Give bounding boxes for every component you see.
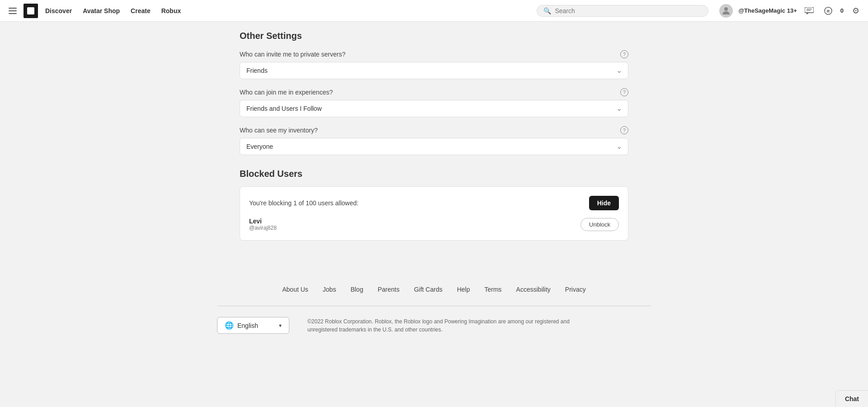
- see-inventory-label: Who can see my inventory?: [240, 127, 318, 134]
- svg-rect-1: [9, 10, 17, 11]
- settings-gear-icon[interactable]: ⚙: [849, 4, 863, 18]
- blocked-user-row: Levi @aviraj828 Unblock: [249, 218, 619, 231]
- robux-icon[interactable]: R: [821, 4, 835, 18]
- blocked-users-section: Blocked Users You're blocking 1 of 100 u…: [240, 169, 628, 241]
- chat-button[interactable]: Chat: [835, 390, 868, 407]
- hide-blocked-users-button[interactable]: Hide: [589, 196, 619, 210]
- roblox-logo: [24, 4, 38, 18]
- blocked-users-count-text: You're blocking 1 of 100 users allowed:: [249, 199, 359, 207]
- nav-right-section: @TheSageMagic 13+ R 0 ⚙: [719, 4, 863, 18]
- see-inventory-help-icon[interactable]: ?: [620, 126, 628, 134]
- hamburger-menu-button[interactable]: [5, 4, 20, 18]
- join-experiences-label: Who can join me in experiences?: [240, 89, 333, 96]
- footer-bottom: 🌐 English ▾ ©2022 Roblox Corporation. Ro…: [217, 317, 651, 343]
- private-servers-help-icon[interactable]: ?: [620, 50, 628, 58]
- footer-help[interactable]: Help: [457, 286, 470, 293]
- search-icon: 🔍: [543, 7, 551, 14]
- nav-discover[interactable]: Discover: [45, 7, 72, 14]
- svg-point-4: [724, 7, 728, 11]
- nav-create[interactable]: Create: [131, 7, 151, 14]
- see-inventory-setting: Who can see my inventory? ? Everyone: [240, 126, 628, 155]
- svg-text:R: R: [827, 9, 830, 14]
- footer-about-us[interactable]: About Us: [282, 286, 308, 293]
- search-input[interactable]: [555, 7, 702, 14]
- main-content: Other Settings Who can invite me to priv…: [231, 0, 637, 259]
- navbar: Discover Avatar Shop Create Robux 🔍 @The…: [0, 0, 868, 22]
- language-selector[interactable]: 🌐 English ▾: [217, 317, 289, 334]
- footer-gift-cards[interactable]: Gift Cards: [414, 286, 443, 293]
- svg-rect-3: [27, 7, 34, 14]
- join-experiences-select[interactable]: Friends and Users I Follow: [240, 100, 628, 117]
- globe-icon: 🌐: [225, 321, 234, 330]
- search-bar[interactable]: 🔍: [537, 5, 708, 17]
- language-label: English: [237, 322, 258, 329]
- private-servers-select-wrapper: Friends: [240, 62, 628, 79]
- chat-notifications-button[interactable]: [802, 4, 816, 18]
- footer-divider: [217, 306, 651, 306]
- robux-count: 0: [840, 7, 844, 14]
- blocked-users-title: Blocked Users: [240, 169, 628, 179]
- svg-rect-0: [9, 8, 17, 9]
- private-servers-select[interactable]: Friends: [240, 62, 628, 79]
- main-nav-links: Discover Avatar Shop Create Robux: [45, 7, 181, 14]
- other-settings-title: Other Settings: [240, 31, 628, 41]
- private-servers-setting: Who can invite me to private servers? ? …: [240, 50, 628, 79]
- footer-jobs[interactable]: Jobs: [323, 286, 336, 293]
- nav-avatar-shop[interactable]: Avatar Shop: [83, 7, 120, 14]
- see-inventory-select-wrapper: Everyone: [240, 138, 628, 155]
- footer-parents[interactable]: Parents: [377, 286, 399, 293]
- footer-blog[interactable]: Blog: [350, 286, 363, 293]
- blocked-users-card: You're blocking 1 of 100 users allowed: …: [240, 186, 628, 241]
- join-experiences-setting: Who can join me in experiences? ? Friend…: [240, 88, 628, 117]
- svg-rect-2: [9, 13, 17, 14]
- blocked-user-info: Levi @aviraj828: [249, 218, 573, 231]
- footer-accessibility[interactable]: Accessibility: [516, 286, 551, 293]
- join-experiences-help-icon[interactable]: ?: [620, 88, 628, 96]
- see-inventory-select[interactable]: Everyone: [240, 138, 628, 155]
- nav-robux[interactable]: Robux: [161, 7, 181, 14]
- blocked-user-name: Levi: [249, 218, 573, 225]
- private-servers-label: Who can invite me to private servers?: [240, 51, 345, 58]
- join-experiences-select-wrapper: Friends and Users I Follow: [240, 100, 628, 117]
- chevron-down-icon: ▾: [279, 322, 282, 329]
- username-label: @TheSageMagic 13+: [738, 7, 797, 14]
- unblock-button[interactable]: Unblock: [580, 218, 619, 231]
- copyright-text: ©2022 Roblox Corporation. Roblox, the Ro…: [307, 317, 579, 334]
- avatar: [719, 4, 733, 18]
- blocked-user-handle: @aviraj828: [249, 225, 573, 231]
- footer-terms[interactable]: Terms: [484, 286, 501, 293]
- footer: About Us Jobs Blog Parents Gift Cards He…: [208, 286, 660, 343]
- footer-privacy[interactable]: Privacy: [565, 286, 586, 293]
- blocked-users-header: You're blocking 1 of 100 users allowed: …: [249, 196, 619, 210]
- svg-rect-5: [805, 7, 814, 13]
- footer-links: About Us Jobs Blog Parents Gift Cards He…: [217, 286, 651, 293]
